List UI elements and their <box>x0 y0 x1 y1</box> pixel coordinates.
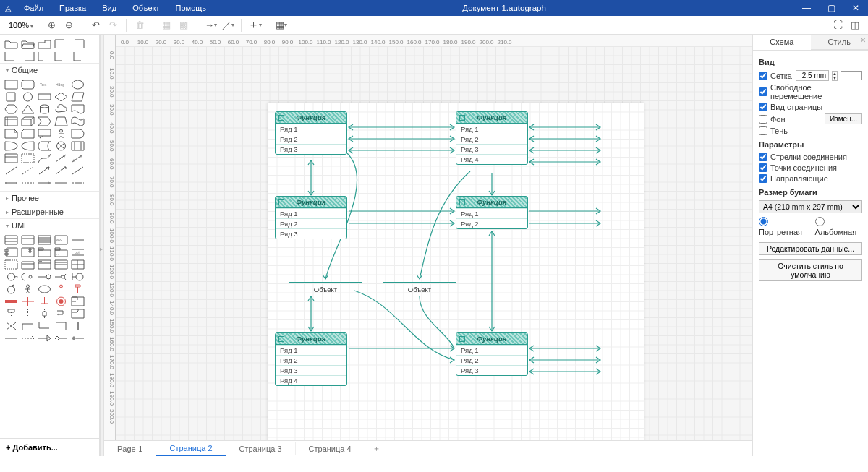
tab-page-2[interactable]: Страница 2 <box>156 442 226 456</box>
uml-package-icon[interactable] <box>38 247 51 257</box>
entity-row[interactable]: Ряд 2 <box>456 355 527 365</box>
delete-icon[interactable]: 🗑 <box>132 18 147 33</box>
shape-tape-icon[interactable] <box>71 116 85 126</box>
add-shapes-button[interactable]: + Добавить... <box>0 438 99 456</box>
entity-2[interactable]: ФункцияРяд 1Ряд 2Ряд 3 <box>275 196 347 239</box>
uml-entity2-icon[interactable] <box>21 259 35 270</box>
landscape-radio[interactable] <box>815 217 825 226</box>
shape-triangle-icon[interactable] <box>21 104 35 114</box>
shape-arrow-ne-icon[interactable] <box>54 153 68 163</box>
uml-control-icon[interactable] <box>4 284 18 294</box>
shape-line-diag-icon[interactable] <box>4 166 18 176</box>
shape-l3-icon[interactable] <box>71 51 85 61</box>
entity-row[interactable]: Ряд 3 <box>456 144 527 154</box>
shape-cube-icon[interactable] <box>21 116 35 126</box>
shadow-checkbox[interactable] <box>759 126 767 135</box>
uml-junction-icon[interactable] <box>21 296 35 306</box>
uml-self-icon[interactable] <box>54 309 68 319</box>
table-icon[interactable]: ▦ <box>274 18 289 33</box>
uml-final-icon[interactable] <box>54 296 68 306</box>
uml-interface-icon[interactable] <box>4 272 18 282</box>
add-shape-icon[interactable]: ＋ <box>247 18 262 33</box>
entity-row[interactable]: Ряд 2 <box>456 218 527 228</box>
menu-help[interactable]: Помощь <box>168 1 215 14</box>
entity-row[interactable]: Ряд 3 <box>276 228 346 239</box>
menu-edit[interactable]: Правка <box>51 1 94 14</box>
shape-l2-icon[interactable] <box>54 51 68 61</box>
uml-lifeline-icon[interactable] <box>4 309 18 319</box>
entity-row[interactable]: Ряд 1 <box>456 345 527 355</box>
arrows-checkbox[interactable] <box>759 153 767 161</box>
shape-hexagon-icon[interactable] <box>4 104 18 114</box>
grid-size-input[interactable] <box>796 70 829 81</box>
uml-class-icon[interactable] <box>4 235 18 245</box>
paper-size-select[interactable]: A4 (210 mm x 297 mm) <box>759 200 862 213</box>
shape-list-icon[interactable] <box>4 153 18 163</box>
uml-elbow3-icon[interactable] <box>54 321 68 331</box>
uml-aggreg-icon[interactable] <box>54 333 68 343</box>
uml-activation-icon[interactable] <box>38 309 51 319</box>
menu-file[interactable]: Файл <box>16 1 51 14</box>
shape-corner-tl-icon[interactable] <box>54 39 68 49</box>
maximize-icon[interactable]: ▢ <box>819 3 843 13</box>
shape-cloud-icon[interactable] <box>54 104 68 114</box>
shape-folder-icon[interactable] <box>4 39 18 49</box>
panel-toggle-icon[interactable]: ◫ <box>848 18 862 33</box>
uml-pin1-icon[interactable] <box>54 284 68 294</box>
uml-package2-icon[interactable]: ... <box>54 247 68 257</box>
back-icon[interactable]: ▩ <box>176 18 191 33</box>
shape-circle-icon[interactable] <box>21 92 35 102</box>
uml-destroy-icon[interactable] <box>4 321 18 331</box>
line-style-icon[interactable]: ／ <box>221 18 235 33</box>
uml-usecase-icon[interactable] <box>38 284 51 294</box>
shape-data-store-icon[interactable] <box>38 141 51 151</box>
shape-step-icon[interactable] <box>38 116 51 126</box>
shape-folder-open-icon[interactable] <box>21 39 35 49</box>
uml-actor2-icon[interactable] <box>21 284 35 294</box>
uml-elbow2-icon[interactable] <box>38 321 51 331</box>
uml-lifeline2-icon[interactable] <box>21 309 35 319</box>
shape-xor-icon[interactable] <box>54 141 68 151</box>
uml-entity1-icon[interactable] <box>4 259 18 270</box>
entity-4[interactable]: ФункцияРяд 1Ряд 2Ряд 3Ряд 4 <box>275 332 347 386</box>
object-1[interactable]: Объект <box>383 280 456 299</box>
entity-3[interactable]: ФункцияРяд 1Ряд 2 <box>456 196 528 229</box>
grid-checkbox[interactable] <box>759 72 767 80</box>
uml-table-icon[interactable] <box>38 259 51 270</box>
uml-bar-icon[interactable] <box>71 321 85 331</box>
uml-compose-icon[interactable] <box>71 333 85 343</box>
uml-obj-icon[interactable]: obj <box>71 247 85 257</box>
shape-note-icon[interactable] <box>4 129 18 139</box>
shape-dotted-rect-icon[interactable] <box>21 153 35 163</box>
canvas[interactable]: ФункцияРяд 1Ряд 2Ряд 3ФункцияРяд 1Ряд 2Р… <box>116 46 752 440</box>
points-checkbox[interactable] <box>759 163 767 172</box>
guides-checkbox[interactable] <box>759 174 767 183</box>
menu-object[interactable]: Объект <box>124 1 167 14</box>
shape-callout-icon[interactable] <box>38 129 51 139</box>
entity-5[interactable]: ФункцияРяд 1Ряд 2Ряд 3 <box>456 332 528 376</box>
uml-fork-h-icon[interactable] <box>4 296 18 306</box>
menu-view[interactable]: Вид <box>94 1 124 14</box>
shape-actor-icon[interactable] <box>54 129 68 139</box>
shape-thin-arrow-icon[interactable] <box>54 166 68 176</box>
uml-comp2-icon[interactable] <box>21 247 35 257</box>
category-other[interactable]: Прочее <box>0 191 99 205</box>
uml-assoc-icon[interactable] <box>4 333 18 343</box>
shape-diamond-icon[interactable] <box>54 92 68 102</box>
shape-l-icon[interactable] <box>38 51 51 61</box>
entity-header[interactable]: Функция <box>276 112 346 124</box>
shape-conn4-icon[interactable] <box>54 178 68 188</box>
entity-row[interactable]: Ряд 1 <box>276 124 346 134</box>
category-common[interactable]: Общие <box>0 63 99 77</box>
entity-row[interactable]: Ряд 4 <box>456 154 527 164</box>
shape-open-arrow-icon[interactable] <box>38 166 51 176</box>
redo-icon[interactable]: ↷ <box>106 18 120 33</box>
tab-page-3[interactable]: Страница 3 <box>226 442 296 455</box>
entity-row[interactable]: Ряд 3 <box>276 144 346 154</box>
uml-table2-icon[interactable] <box>54 259 68 270</box>
entity-row[interactable]: Ряд 2 <box>456 134 527 144</box>
shape-process-icon[interactable] <box>38 92 51 102</box>
zoom-control[interactable]: 100% <box>6 21 41 30</box>
shape-conn1-icon[interactable] <box>4 178 18 188</box>
shape-trapezoid-icon[interactable] <box>54 116 68 126</box>
